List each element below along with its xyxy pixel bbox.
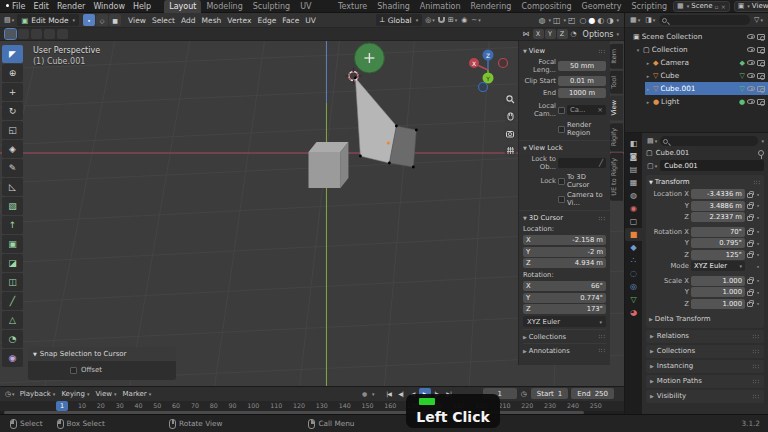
toolbar-tool-button[interactable]: ╱ (2, 292, 23, 310)
render-visibility-icon[interactable] (757, 47, 765, 53)
setting-value-field[interactable]: 1000 m (558, 88, 606, 98)
expand-icon[interactable]: ▸ (645, 60, 651, 66)
n-panel-tab[interactable]: View (610, 95, 623, 120)
cursor-section-title[interactable]: 3D Cursor (529, 214, 563, 222)
properties-editor-icon[interactable]: ▤▾ (646, 137, 658, 145)
viewport-canvas[interactable]: User Perspective (1) Cube.001 ◤⊕+↻◱◈✎◺▧↑… (0, 41, 624, 386)
collapsed-panel-header[interactable]: ▶Annotations (523, 343, 606, 355)
properties-section-header[interactable]: ▶Relations (646, 330, 764, 343)
toolbar-tool-button[interactable]: ◫ (2, 273, 23, 291)
viewport-menu[interactable]: Add (178, 16, 199, 25)
lock-icon[interactable] (747, 302, 753, 307)
toolbar-tool-button[interactable]: ◤ (2, 45, 23, 63)
lock-icon[interactable] (747, 291, 753, 296)
mode-dropdown[interactable]: ▣ Edit Mode ▾ (17, 14, 79, 26)
toolbar-tool-button[interactable]: ◔ (2, 330, 23, 348)
transform-panel-header[interactable]: ▼Transform (649, 178, 761, 186)
mirror-axis-toggle[interactable]: X (533, 29, 544, 39)
workspace-tab[interactable]: Scripting (626, 0, 672, 13)
filter-icon[interactable]: ▽▾ (753, 16, 764, 24)
hide-eye-icon[interactable] (747, 86, 755, 91)
3d-cursor[interactable] (345, 68, 361, 84)
workspace-tab[interactable]: Shading (372, 0, 415, 13)
toolbar-tool-button[interactable]: ↻ (2, 102, 23, 120)
show-gizmo-icon[interactable]: ◍ (538, 16, 545, 25)
pivot-point-icon[interactable]: ◎▾ (424, 16, 436, 24)
toolbar-tool-button[interactable]: ◈ (2, 140, 23, 158)
render-region-checkbox[interactable] (558, 126, 565, 133)
to-3d-cursor-checkbox[interactable] (558, 178, 565, 185)
animate-dot[interactable]: • (755, 214, 761, 221)
animate-dot[interactable]: • (755, 289, 761, 296)
cube-001-object[interactable] (354, 77, 418, 169)
snap-falloff-icon[interactable]: ◔ (570, 30, 578, 38)
editor-type-icon[interactable]: ▧▾ (3, 16, 15, 24)
n-panel-tab[interactable]: Rigify (610, 123, 623, 151)
hide-eye-icon[interactable] (747, 34, 755, 39)
viewport-menu[interactable]: Edge (254, 16, 279, 25)
animate-dot[interactable]: • (755, 191, 761, 198)
transport-button[interactable]: |◀ (383, 388, 395, 399)
animate-dot[interactable]: • (755, 300, 761, 307)
cursor-location-field[interactable]: Y-2 m (523, 247, 606, 257)
delta-transform-header[interactable]: ▶Delta Transform (649, 312, 761, 324)
lock-icon[interactable] (747, 230, 753, 235)
select-mode-set-button[interactable] (5, 29, 16, 39)
properties-tab[interactable]: ◎ (625, 280, 642, 293)
properties-tab[interactable]: ◌ (625, 267, 642, 280)
rotation-mode-dropdown[interactable]: XYZ Euler▾ (691, 261, 745, 271)
hide-eye-icon[interactable] (747, 47, 755, 52)
render-visibility-icon[interactable] (757, 60, 765, 66)
auto-keyframe-clock-icon[interactable]: ◷ (520, 390, 528, 398)
expand-icon[interactable]: ▾ (635, 47, 641, 53)
mirror-axis-toggle[interactable]: Z (557, 29, 568, 39)
operator-panel-header[interactable]: ▼Snap Selection to Cursor (28, 347, 176, 361)
cursor-rotation-field[interactable]: Z173° (523, 304, 606, 314)
cursor-location-field[interactable]: Z4.934 m (523, 258, 606, 268)
location-value-field[interactable]: 2.2337 m (691, 212, 745, 222)
unlink-scene-icon[interactable]: × (721, 3, 726, 10)
workspace-tab[interactable]: UV Editing (295, 0, 333, 13)
select-mode-intersect-button[interactable] (57, 29, 68, 39)
toolbar-tool-button[interactable]: ◪ (2, 254, 23, 272)
camera-to-view-checkbox[interactable] (558, 196, 565, 203)
animate-dot[interactable]: • (755, 240, 761, 247)
viewport-menu[interactable]: Face (279, 16, 302, 25)
timeline-menu[interactable]: Marker▾ (123, 390, 152, 398)
lock-icon[interactable] (747, 216, 753, 221)
render-visibility-icon[interactable] (757, 34, 765, 40)
workspace-tab[interactable]: Layout (164, 0, 201, 13)
workspace-tab[interactable]: Animation (415, 0, 466, 13)
viewport-menu[interactable]: UV (302, 16, 319, 25)
workspace-tab[interactable]: Modeling (201, 0, 247, 13)
animate-dot[interactable]: • (755, 277, 761, 284)
workspace-tab[interactable]: Geometry Nodes (577, 0, 627, 13)
edge-select-button[interactable]: ◇ (96, 14, 108, 26)
viewport-menu[interactable]: Select (149, 16, 178, 25)
local-camera-field[interactable]: Ca...× (567, 105, 606, 115)
properties-tab[interactable]: ◆ (625, 241, 642, 254)
new-scene-icon[interactable]: ▫ (715, 3, 719, 10)
location-value-field[interactable]: 3.4886 m (691, 201, 745, 211)
snap-magnet-icon[interactable] (438, 17, 445, 23)
rotation-value-field[interactable]: 0.795° (691, 238, 745, 248)
offset-checkbox[interactable] (70, 367, 77, 374)
expand-icon[interactable]: ▸ (645, 73, 651, 79)
rendered-shading-icon[interactable]: ◑ (607, 16, 614, 25)
timeline-menu[interactable]: Playback▾ (20, 390, 56, 398)
render-visibility-icon[interactable] (757, 99, 765, 105)
toolbar-tool-button[interactable]: ▣ (2, 235, 23, 253)
lock-icon[interactable] (747, 204, 753, 209)
hide-eye-icon[interactable] (747, 73, 755, 78)
outliner-restriction-icon[interactable]: ◨▾ (644, 16, 656, 24)
n-panel-tab[interactable]: UE to Rigify (610, 153, 623, 201)
setting-value-field[interactable]: 0.01 m (558, 76, 606, 86)
lock-icon[interactable] (747, 193, 753, 198)
select-mode-invert-button[interactable] (44, 29, 55, 39)
properties-tab[interactable]: ▢ (625, 215, 642, 228)
breadcrumb-object-name[interactable]: Cube.001 (656, 149, 690, 157)
hide-eye-icon[interactable] (747, 60, 755, 65)
cube-object[interactable] (309, 142, 349, 188)
properties-tab[interactable]: ▽ (625, 293, 642, 306)
collapsed-panel-header[interactable]: ▶Collections (523, 329, 606, 341)
